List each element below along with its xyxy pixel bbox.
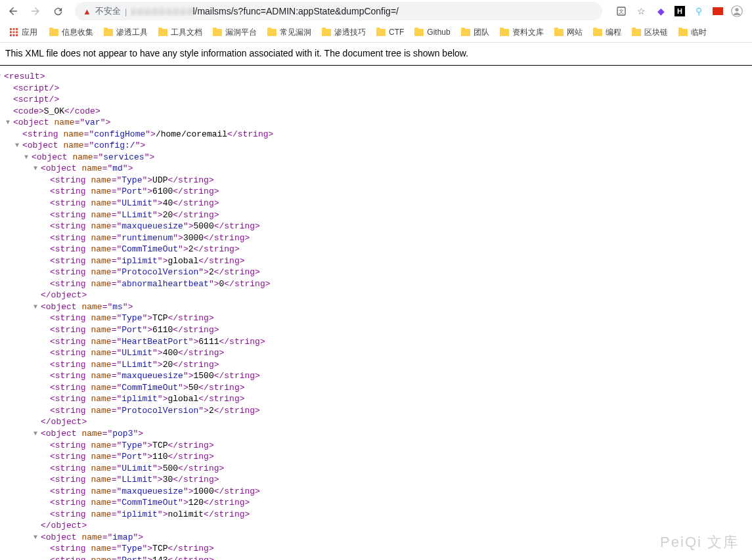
toggle-icon[interactable]: ▼	[33, 429, 37, 439]
bookmark-label: 渗透工具	[116, 27, 148, 38]
bookmark-folder[interactable]: 渗透工具	[99, 24, 153, 41]
toggle-icon[interactable]: ▼	[33, 164, 37, 173]
bookmark-label: 资料文库	[512, 27, 544, 38]
bookmark-folder[interactable]: 区块链	[627, 24, 673, 41]
folder-icon	[158, 29, 167, 36]
xml-string: <string name="CommTimeOut">120</string>	[50, 497, 752, 509]
bookmark-folder[interactable]: 资料文库	[495, 24, 549, 41]
ext-key-icon[interactable]: ⚲	[693, 5, 705, 17]
apps-button[interactable]: 应用	[4, 24, 43, 41]
toggle-icon[interactable]: ▼	[33, 533, 37, 542]
folder-icon	[267, 29, 276, 36]
folder-icon	[376, 29, 386, 36]
folder-icon	[322, 29, 331, 36]
folder-icon	[414, 29, 424, 36]
xml-string: <string name="runtimenum">3000</string>	[50, 232, 752, 244]
back-button[interactable]	[4, 2, 22, 20]
warning-icon: ▲	[83, 7, 91, 16]
xml-string: <string name="ProtocolVersion">2</string…	[50, 405, 752, 417]
svg-text:文: 文	[619, 9, 624, 14]
address-bar[interactable]: ▲ 不安全 | x x x x x x x x xl/mailsms/s?fun…	[75, 2, 602, 20]
bookmark-label: 编程	[606, 27, 621, 38]
bookmark-label: 信息收集	[62, 27, 93, 38]
ext-h-icon[interactable]: H	[675, 6, 685, 16]
bookmark-label: 团队	[474, 27, 489, 38]
url-text: x x x x x x x x xl/mailsms/s?func=ADMIN:…	[131, 6, 399, 16]
xml-string: <string name="Type">TCP</string>	[50, 312, 752, 324]
bookmark-folder[interactable]: 临时	[673, 24, 712, 41]
xml-string: <string name="ProtocolVersion">2</string…	[50, 267, 752, 278]
toggle-icon[interactable]: ▼	[6, 118, 10, 127]
xml-string: <string name="iplimit">global</string>	[50, 255, 752, 267]
ext-flag-icon[interactable]	[713, 7, 723, 15]
bookmark-label: 渗透技巧	[334, 27, 366, 38]
bookmark-label: 网站	[567, 27, 583, 38]
bookmark-label: 常见漏洞	[280, 27, 311, 38]
xml-string: <string name="maxqueuesize">1500</string…	[50, 370, 752, 382]
browser-chrome: ▲ 不安全 | x x x x x x x x xl/mailsms/s?fun…	[0, 0, 752, 43]
bookmark-label: 临时	[691, 27, 707, 38]
folder-icon	[213, 29, 222, 36]
toggle-icon[interactable]: ▼	[33, 303, 37, 312]
xml-string: <string name="iplimit">nolimit</string>	[50, 509, 752, 521]
apps-icon	[9, 28, 18, 37]
xml-string: <string name="iplimit">global</string>	[50, 393, 752, 405]
nav-bar: ▲ 不安全 | x x x x x x x x xl/mailsms/s?fun…	[0, 0, 752, 22]
bookmark-folder[interactable]: 团队	[456, 24, 495, 41]
folder-icon	[461, 29, 470, 36]
folder-icon	[554, 29, 564, 36]
toggle-icon[interactable]: ▼	[0, 72, 1, 81]
xml-root: ▼ <result> <script/> <script/> <code>S_O…	[4, 71, 752, 560]
folder-icon	[49, 29, 58, 36]
bookmark-label: 漏洞平台	[225, 27, 257, 38]
security-label: 不安全	[95, 5, 121, 17]
star-icon[interactable]: ☆	[635, 5, 647, 17]
bookmark-folder[interactable]: 漏洞平台	[208, 24, 262, 41]
folder-icon	[500, 29, 509, 36]
xml-string: <string name="ULimit">500</string>	[50, 463, 752, 475]
xml-object: ▼<object name="imap"><string name="Type"…	[41, 532, 752, 560]
bookmark-folder[interactable]: Github	[409, 24, 455, 41]
xml-string: <string name="ULimit">400</string>	[50, 347, 752, 359]
bookmark-folder[interactable]: 常见漏洞	[262, 24, 317, 41]
reload-button[interactable]	[49, 2, 67, 20]
ext-purple-icon[interactable]: ◆	[655, 5, 667, 17]
xml-string: <string name="CommTimeOut">2</string>	[50, 244, 752, 255]
bookmark-folder[interactable]: 工具文档	[153, 24, 208, 41]
xml-string: <string name="maxqueuesize">1000</string…	[50, 486, 752, 498]
xml-object: ▼<object name="md"><string name="Type">U…	[41, 163, 752, 301]
forward-button[interactable]	[26, 2, 45, 20]
bookmark-label: 工具文档	[171, 27, 202, 38]
xml-string: <string name="Type">TCP</string>	[50, 543, 752, 555]
xml-string: <string name="abnormalheartbeat">0</stri…	[50, 278, 752, 290]
bookmark-folder[interactable]: 网站	[549, 24, 588, 41]
bookmark-folder[interactable]: 信息收集	[44, 24, 99, 41]
xml-string: <string name="CommTimeOut">50</string>	[50, 382, 752, 394]
xml-string: <string name="ULimit">40</string>	[50, 198, 752, 209]
translate-icon[interactable]: 文	[615, 5, 627, 17]
toggle-icon[interactable]: ▼	[24, 153, 28, 162]
bookmark-folder[interactable]: 渗透技巧	[317, 24, 371, 41]
xml-object: ▼<object name="pop3"><string name="Type"…	[41, 428, 752, 532]
folder-icon	[678, 29, 688, 36]
bookmark-folder[interactable]: 编程	[588, 24, 627, 41]
bookmark-label: Github	[427, 28, 450, 37]
xml-string: <string name="Port">6110</string>	[50, 324, 752, 336]
xml-tree: ▼ <result> <script/> <script/> <code>S_O…	[0, 66, 752, 560]
xml-string: <string name="LLimit">20</string>	[50, 209, 752, 221]
svg-point-3	[735, 8, 738, 11]
xml-string: <string name="LLimit">30</string>	[50, 474, 752, 486]
xml-string: <string name="Type">TCP</string>	[50, 440, 752, 452]
xml-string: <string name="HeartBeatPort">6111</strin…	[50, 336, 752, 348]
xml-string: <string name="Port">110</string>	[50, 451, 752, 463]
bookmark-label: 区块链	[644, 27, 668, 38]
avatar-icon[interactable]	[731, 5, 743, 17]
folder-icon	[104, 29, 113, 36]
xml-string: <string name="Type">UDP</string>	[50, 175, 752, 186]
bookmark-label: CTF	[389, 28, 404, 37]
xml-string: <string name="Port">143</string>	[50, 555, 752, 560]
toggle-icon[interactable]: ▼	[15, 141, 19, 150]
bookmark-folder[interactable]: CTF	[371, 24, 409, 41]
xml-string: <string name="Port">6100</string>	[50, 186, 752, 198]
folder-icon	[593, 29, 602, 36]
